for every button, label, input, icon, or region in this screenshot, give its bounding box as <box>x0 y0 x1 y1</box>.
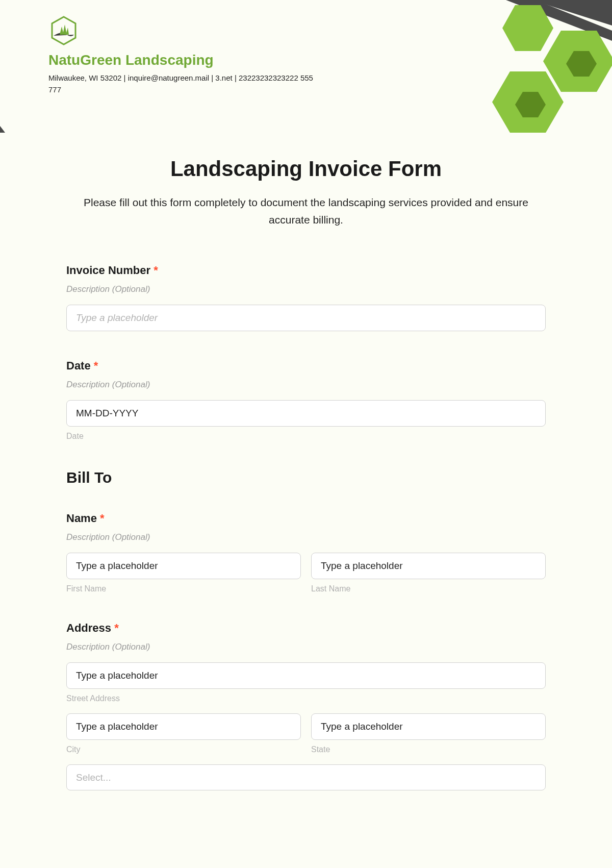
country-select[interactable]: Select... <box>66 764 546 790</box>
required-mark: * <box>94 359 98 372</box>
form-title: Landscaping Invoice Form <box>66 157 546 181</box>
address-label: Address * <box>66 622 546 635</box>
city-sublabel: City <box>66 745 301 754</box>
address-label-text: Address <box>66 622 111 634</box>
date-label: Date * <box>66 359 546 373</box>
city-input[interactable] <box>66 713 301 740</box>
invoice-number-input[interactable] <box>66 305 546 331</box>
address-desc: Description (Optional) <box>66 642 546 652</box>
form-subtitle: Please fill out this form completely to … <box>66 194 546 228</box>
invoice-number-group: Invoice Number * Description (Optional) <box>66 264 546 331</box>
name-label-text: Name <box>66 512 97 525</box>
date-label-text: Date <box>66 359 91 372</box>
date-sublabel: Date <box>66 432 546 441</box>
name-desc: Description (Optional) <box>66 532 546 542</box>
street-address-input[interactable] <box>66 662 546 689</box>
company-logo <box>48 15 79 46</box>
last-name-input[interactable] <box>311 553 546 579</box>
first-name-sublabel: First Name <box>66 584 301 593</box>
name-group: Name * Description (Optional) First Name… <box>66 512 546 593</box>
last-name-sublabel: Last Name <box>311 584 546 593</box>
invoice-desc: Description (Optional) <box>66 284 546 294</box>
date-desc: Description (Optional) <box>66 380 546 390</box>
invoice-number-label: Invoice Number * <box>66 264 546 277</box>
state-sublabel: State <box>311 745 546 754</box>
name-label: Name * <box>66 512 546 525</box>
required-mark: * <box>100 512 105 525</box>
form-container: Landscaping Invoice Form Please fill out… <box>0 106 612 790</box>
date-group: Date * Description (Optional) Date <box>66 359 546 441</box>
date-input[interactable] <box>66 400 546 427</box>
required-mark: * <box>154 264 158 277</box>
street-sublabel: Street Address <box>66 694 546 703</box>
billto-heading: Bill To <box>66 469 546 486</box>
company-name: NatuGreen Landscaping <box>48 52 564 68</box>
state-input[interactable] <box>311 713 546 740</box>
invoice-number-label-text: Invoice Number <box>66 264 150 277</box>
header: NatuGreen Landscaping Milwaukee, WI 5320… <box>0 0 612 106</box>
first-name-input[interactable] <box>66 553 301 579</box>
required-mark: * <box>114 622 119 634</box>
company-contact: Milwaukee, WI 53202 | inquire@natugreen.… <box>48 72 314 95</box>
address-group: Address * Description (Optional) Street … <box>66 622 546 790</box>
